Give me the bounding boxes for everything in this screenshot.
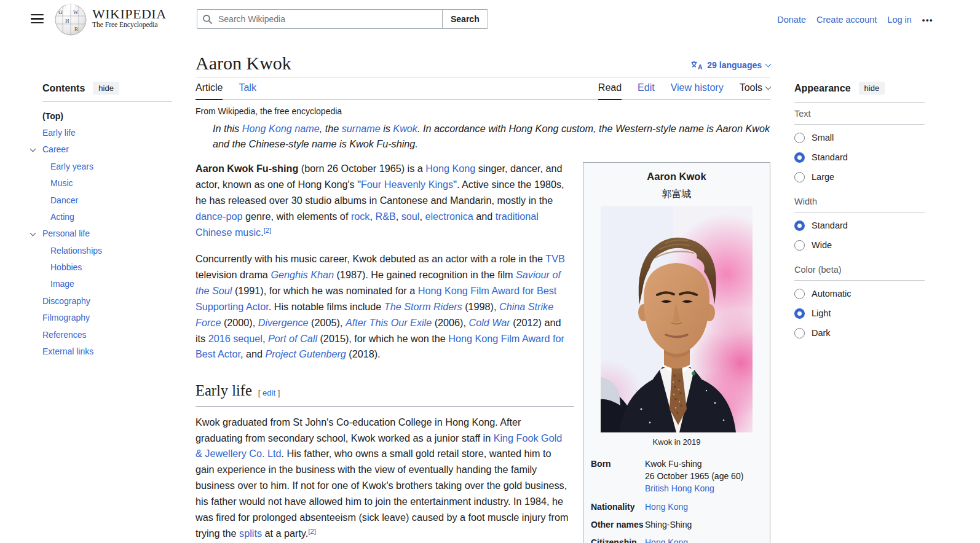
menu-icon[interactable]: [31, 14, 44, 23]
link[interactable]: British Hong Kong: [645, 483, 714, 493]
sidebar-item-references[interactable]: References: [28, 326, 176, 343]
radio-icon[interactable]: [794, 172, 805, 182]
sidebar-item-filmography[interactable]: Filmography: [28, 310, 176, 326]
text-segment: (1991), for which he was nominated for a: [232, 285, 417, 296]
radio-icon[interactable]: [794, 289, 805, 299]
link[interactable]: Hong Kong: [645, 502, 688, 512]
log-in-link[interactable]: Log in: [887, 15, 912, 25]
link[interactable]: dance-pop: [196, 211, 243, 222]
wikipedia-wordmark[interactable]: WIKIPEDIA The Free Encyclopedia: [92, 7, 167, 28]
radio-selected-icon[interactable]: [794, 152, 805, 163]
tab-view-history[interactable]: View history: [671, 82, 724, 100]
reference-link[interactable]: [2]: [308, 528, 316, 535]
text-segment: In this: [213, 123, 242, 134]
search-bar: Search: [197, 9, 488, 29]
portrait-image: [601, 206, 753, 432]
link[interactable]: Cold War: [469, 317, 510, 328]
link[interactable]: Hong Kong: [425, 163, 475, 174]
appearance-hide-button[interactable]: hide: [859, 82, 885, 95]
sidebar-item-career[interactable]: Career: [28, 141, 176, 158]
table-of-contents: Contents hide (Top)Early lifeCareerEarly…: [28, 82, 176, 360]
tab-read[interactable]: Read: [598, 82, 622, 100]
link[interactable]: electronica: [425, 211, 473, 222]
link[interactable]: Divergence: [258, 317, 309, 328]
infobox-row-value: Hong Kong: [645, 536, 762, 543]
radio-selected-icon[interactable]: [794, 221, 805, 231]
link[interactable]: Genghis Khan: [271, 269, 334, 280]
sidebar-item-music[interactable]: Music: [28, 175, 176, 192]
sidebar-item-early-life[interactable]: Early life: [28, 124, 176, 141]
link[interactable]: After This Our Exile: [346, 317, 432, 328]
tab-label: Talk: [239, 82, 256, 93]
hatnote: In this Hong Kong name, the surname is K…: [196, 121, 770, 153]
radio-icon[interactable]: [794, 240, 805, 251]
radio-color-beta-light[interactable]: Light: [794, 303, 925, 323]
infobox-row-label: Other names: [591, 518, 645, 531]
logo-subtitle: The Free Encyclopedia: [92, 21, 167, 28]
link[interactable]: Hong Kong: [645, 537, 688, 543]
sidebar-item-top[interactable]: (Top): [28, 107, 176, 124]
link[interactable]: Project Gutenberg: [265, 348, 346, 359]
sidebar-item-personal-life[interactable]: Personal life: [28, 225, 176, 242]
link[interactable]: The Storm Riders: [384, 301, 462, 312]
radio-color-beta-dark[interactable]: Dark: [794, 323, 925, 343]
link[interactable]: rock: [351, 211, 370, 222]
radio-icon[interactable]: [794, 328, 805, 338]
link[interactable]: 2016 sequel: [208, 333, 263, 344]
donate-link[interactable]: Donate: [777, 15, 806, 25]
sidebar-item-external-links[interactable]: External links: [28, 343, 176, 359]
text-segment: , the: [320, 123, 342, 134]
radio-text-small[interactable]: Small: [794, 128, 925, 147]
tab-label: Tools: [740, 82, 762, 93]
sidebar-item-acting[interactable]: Acting: [28, 208, 176, 225]
link[interactable]: Four Heavenly Kings: [361, 179, 453, 190]
text-segment: (2015), for which he won the: [317, 333, 448, 344]
tab-talk[interactable]: Talk: [239, 82, 256, 100]
toc-hide-button[interactable]: hide: [93, 82, 119, 95]
link[interactable]: surname: [342, 123, 381, 134]
sidebar-item-dancer[interactable]: Dancer: [28, 192, 176, 208]
edit-section-link[interactable]: [ edit ]: [258, 388, 280, 397]
more-options-icon[interactable]: •••: [922, 15, 933, 25]
article-content: Aaron Kwok A 29 languages ArticleTalk Re…: [196, 52, 770, 543]
reference-link[interactable]: [2]: [264, 227, 272, 234]
chevron-down-icon[interactable]: [30, 230, 36, 236]
text-segment: ,: [396, 211, 401, 222]
link[interactable]: TVB: [545, 253, 564, 264]
tab-article[interactable]: Article: [196, 82, 223, 100]
infobox-row-citizenship: CitizenshipHong Kong: [583, 534, 770, 543]
link[interactable]: splits: [239, 528, 262, 539]
radio-selected-icon[interactable]: [794, 308, 805, 319]
sidebar-item-label: Dancer: [50, 195, 78, 205]
languages-button[interactable]: A 29 languages: [690, 60, 770, 75]
sidebar-item-image[interactable]: Image: [28, 276, 176, 292]
chevron-down-icon[interactable]: [30, 146, 36, 152]
divider: [794, 212, 925, 213]
search-input[interactable]: [197, 9, 443, 29]
tab-edit[interactable]: Edit: [638, 82, 655, 100]
radio-width-standard[interactable]: Standard: [794, 216, 925, 235]
radio-icon[interactable]: [794, 133, 805, 143]
link[interactable]: R&B: [375, 211, 395, 222]
svg-text:И: И: [65, 18, 69, 24]
radio-text-large[interactable]: Large: [794, 167, 925, 187]
link[interactable]: soul: [401, 211, 420, 222]
link[interactable]: Port of Call: [268, 333, 317, 344]
radio-width-wide[interactable]: Wide: [794, 235, 925, 255]
infobox-image[interactable]: [601, 206, 753, 432]
radio-text-standard[interactable]: Standard: [794, 147, 925, 167]
radio-color-beta-automatic[interactable]: Automatic: [794, 284, 925, 303]
tab-tools[interactable]: Tools: [740, 82, 770, 100]
search-button[interactable]: Search: [442, 9, 488, 29]
create-account-link[interactable]: Create account: [816, 15, 877, 25]
sidebar-item-hobbies[interactable]: Hobbies: [28, 259, 176, 275]
sidebar-item-relationships[interactable]: Relationships: [28, 242, 176, 259]
text-segment: Shing-Shing: [645, 520, 692, 529]
link[interactable]: Hong Kong name: [242, 123, 320, 134]
link[interactable]: Kwok: [393, 123, 417, 134]
wikipedia-globe-logo[interactable]: ΩWИR: [54, 2, 87, 37]
sidebar-item-discography[interactable]: Discography: [28, 292, 176, 309]
sidebar-item-early-years[interactable]: Early years: [28, 158, 176, 174]
divider: [794, 280, 925, 281]
chevron-down-icon: [765, 61, 772, 67]
